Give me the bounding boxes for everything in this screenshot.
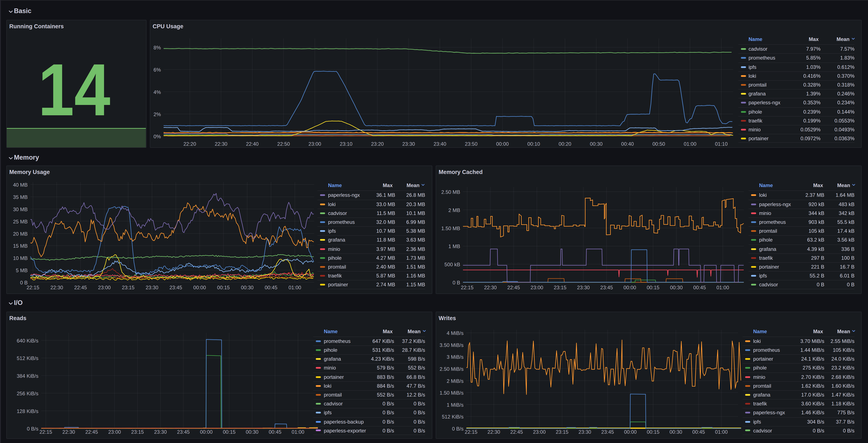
svg-text:500 kB: 500 kB	[444, 262, 460, 267]
svg-text:00:15: 00:15	[647, 429, 659, 435]
svg-text:0%: 0%	[153, 134, 161, 139]
svg-text:10 MB: 10 MB	[13, 255, 28, 261]
svg-text:23:20: 23:20	[371, 141, 383, 147]
svg-text:23:30: 23:30	[402, 141, 415, 147]
svg-text:1.50 MB: 1.50 MB	[441, 226, 460, 231]
svg-text:22:45: 22:45	[510, 429, 523, 435]
svg-text:23:00: 23:00	[108, 429, 121, 435]
svg-text:3 MiB/s: 3 MiB/s	[447, 354, 464, 360]
svg-text:30 MB: 30 MB	[13, 207, 28, 212]
svg-text:25 MB: 25 MB	[13, 219, 28, 225]
svg-text:5 MB: 5 MB	[16, 268, 28, 273]
svg-text:00:30: 00:30	[670, 285, 683, 290]
svg-text:00:20: 00:20	[558, 141, 571, 147]
svg-text:00:00: 00:00	[200, 429, 213, 435]
svg-text:00:30: 00:30	[241, 285, 253, 290]
svg-text:20 MB: 20 MB	[13, 231, 28, 237]
svg-text:00:45: 00:45	[692, 429, 705, 435]
svg-text:01:00: 01:00	[292, 429, 304, 435]
svg-text:22:15: 22:15	[39, 429, 52, 435]
svg-text:512 KiB/s: 512 KiB/s	[17, 355, 38, 361]
svg-text:01:10: 01:10	[715, 141, 727, 147]
svg-text:00:15: 00:15	[647, 285, 659, 290]
svg-text:23:15: 23:15	[122, 285, 134, 290]
svg-text:4%: 4%	[153, 89, 161, 95]
svg-text:0 B: 0 B	[453, 280, 460, 286]
svg-text:23:45: 23:45	[600, 285, 613, 290]
svg-text:256 KiB/s: 256 KiB/s	[17, 391, 38, 396]
svg-text:01:00: 01:00	[715, 429, 727, 435]
svg-text:23:40: 23:40	[433, 141, 446, 147]
svg-text:3.50 MiB/s: 3.50 MiB/s	[440, 342, 464, 348]
svg-text:23:15: 23:15	[131, 429, 144, 435]
svg-text:128 KiB/s: 128 KiB/s	[17, 408, 38, 414]
svg-text:0 B/s: 0 B/s	[452, 426, 464, 432]
svg-text:22:45: 22:45	[507, 285, 520, 290]
svg-text:00:50: 00:50	[652, 141, 665, 147]
svg-text:00:00: 00:00	[624, 285, 636, 290]
svg-text:22:15: 22:15	[27, 285, 39, 290]
svg-text:23:45: 23:45	[601, 429, 614, 435]
svg-text:2%: 2%	[153, 112, 161, 117]
svg-text:00:45: 00:45	[693, 285, 706, 290]
svg-text:22:45: 22:45	[74, 285, 87, 290]
svg-text:23:30: 23:30	[154, 429, 167, 435]
svg-text:384 KiB/s: 384 KiB/s	[17, 373, 38, 379]
svg-text:15 MB: 15 MB	[13, 243, 28, 249]
svg-text:00:00: 00:00	[624, 429, 637, 435]
svg-text:23:00: 23:00	[533, 429, 546, 435]
svg-text:1 MiB/s: 1 MiB/s	[447, 402, 464, 408]
svg-text:23:30: 23:30	[579, 429, 591, 435]
svg-text:23:15: 23:15	[554, 285, 566, 290]
svg-text:00:40: 00:40	[621, 141, 634, 147]
svg-text:2 MB: 2 MB	[448, 207, 460, 213]
svg-text:22:40: 22:40	[246, 141, 258, 147]
svg-text:22:15: 22:15	[465, 429, 477, 435]
svg-text:1 MB: 1 MB	[448, 243, 460, 249]
svg-text:512 KiB/s: 512 KiB/s	[442, 414, 464, 419]
svg-text:22:45: 22:45	[85, 429, 98, 435]
svg-text:23:50: 23:50	[465, 141, 477, 147]
svg-text:8%: 8%	[153, 45, 161, 51]
svg-text:640 KiB/s: 640 KiB/s	[17, 338, 38, 344]
svg-text:2 MiB/s: 2 MiB/s	[447, 378, 464, 384]
svg-text:23:00: 23:00	[308, 141, 321, 147]
svg-text:01:00: 01:00	[683, 141, 696, 147]
svg-text:23:30: 23:30	[577, 285, 590, 290]
svg-text:22:50: 22:50	[277, 141, 290, 147]
svg-text:22:30: 22:30	[62, 429, 75, 435]
svg-text:2.50 MiB/s: 2.50 MiB/s	[440, 366, 464, 372]
svg-text:23:00: 23:00	[530, 285, 543, 290]
svg-text:00:00: 00:00	[193, 285, 206, 290]
svg-text:00:10: 00:10	[527, 141, 540, 147]
svg-text:6%: 6%	[153, 67, 161, 72]
svg-text:01:00: 01:00	[288, 285, 301, 290]
svg-text:00:15: 00:15	[217, 285, 230, 290]
svg-text:22:30: 22:30	[487, 429, 500, 435]
svg-text:23:45: 23:45	[169, 285, 182, 290]
svg-text:00:30: 00:30	[246, 429, 258, 435]
svg-text:22:30: 22:30	[51, 285, 63, 290]
svg-text:22:30: 22:30	[484, 285, 497, 290]
svg-text:35 MB: 35 MB	[13, 194, 28, 200]
svg-text:00:30: 00:30	[670, 429, 682, 435]
svg-text:00:45: 00:45	[269, 429, 281, 435]
svg-text:00:45: 00:45	[265, 285, 277, 290]
svg-text:23:30: 23:30	[146, 285, 158, 290]
svg-text:01:00: 01:00	[716, 285, 729, 290]
svg-text:00:15: 00:15	[223, 429, 236, 435]
svg-text:22:15: 22:15	[461, 285, 473, 290]
svg-text:22:20: 22:20	[183, 141, 196, 147]
svg-text:00:30: 00:30	[590, 141, 602, 147]
svg-text:23:45: 23:45	[177, 429, 190, 435]
svg-text:1.50 MiB/s: 1.50 MiB/s	[440, 390, 464, 396]
svg-text:23:10: 23:10	[340, 141, 352, 147]
svg-text:23:00: 23:00	[98, 285, 111, 290]
svg-text:22:30: 22:30	[214, 141, 227, 147]
svg-text:0 B/s: 0 B/s	[27, 426, 38, 432]
svg-text:00:00: 00:00	[496, 141, 508, 147]
svg-text:23:15: 23:15	[556, 429, 568, 435]
